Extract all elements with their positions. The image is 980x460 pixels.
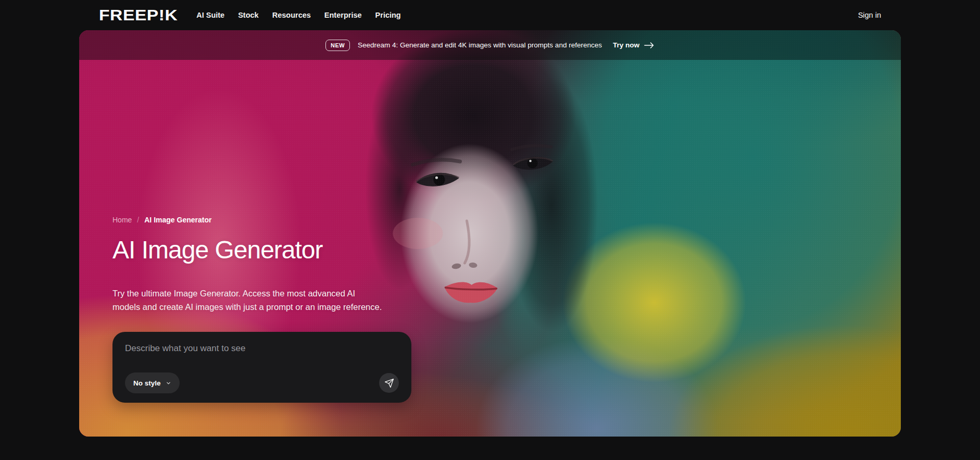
banner-text: Seedream 4: Generate and edit 4K images … <box>358 41 602 49</box>
announcement-banner: NEW Seedream 4: Generate and edit 4K ima… <box>79 30 901 60</box>
breadcrumb-current: AI Image Generator <box>144 216 211 224</box>
send-button[interactable] <box>379 373 399 393</box>
description-line-2: models and create AI images with just a … <box>112 300 382 314</box>
prompt-input[interactable] <box>125 343 399 366</box>
nav-pricing[interactable]: Pricing <box>375 11 401 19</box>
send-icon <box>384 378 394 388</box>
main-nav: AI Suite Stock Resources Enterprise Pric… <box>196 11 401 19</box>
chevron-down-icon <box>166 380 171 386</box>
nav-enterprise[interactable]: Enterprise <box>324 11 362 19</box>
new-badge: NEW <box>325 40 350 51</box>
top-navigation-bar: FREEP!K AI Suite Stock Resources Enterpr… <box>0 0 980 30</box>
style-selector-button[interactable]: No style <box>125 372 180 393</box>
page-description: Try the ultimate Image Generator. Access… <box>112 287 382 314</box>
breadcrumb-home[interactable]: Home <box>112 216 132 224</box>
breadcrumb-separator: / <box>137 216 139 224</box>
nav-resources[interactable]: Resources <box>272 11 311 19</box>
hero-content: Home / AI Image Generator AI Image Gener… <box>79 30 901 437</box>
breadcrumb: Home / AI Image Generator <box>112 216 211 224</box>
style-selector-label: No style <box>133 379 161 387</box>
try-now-label: Try now <box>613 41 639 49</box>
arrow-right-icon <box>644 42 655 49</box>
page: FREEP!K AI Suite Stock Resources Enterpr… <box>0 0 980 437</box>
page-title: AI Image Generator <box>112 235 323 264</box>
sign-in-link[interactable]: Sign in <box>858 11 881 19</box>
hero-section: NEW Seedream 4: Generate and edit 4K ima… <box>79 30 901 437</box>
prompt-input-card: No style <box>112 332 411 403</box>
try-now-link[interactable]: Try now <box>613 41 655 49</box>
nav-stock[interactable]: Stock <box>238 11 259 19</box>
prompt-card-controls: No style <box>125 372 399 393</box>
freepik-logo[interactable]: FREEP!K <box>99 6 178 24</box>
description-line-1: Try the ultimate Image Generator. Access… <box>112 287 382 300</box>
nav-ai-suite[interactable]: AI Suite <box>196 11 224 19</box>
